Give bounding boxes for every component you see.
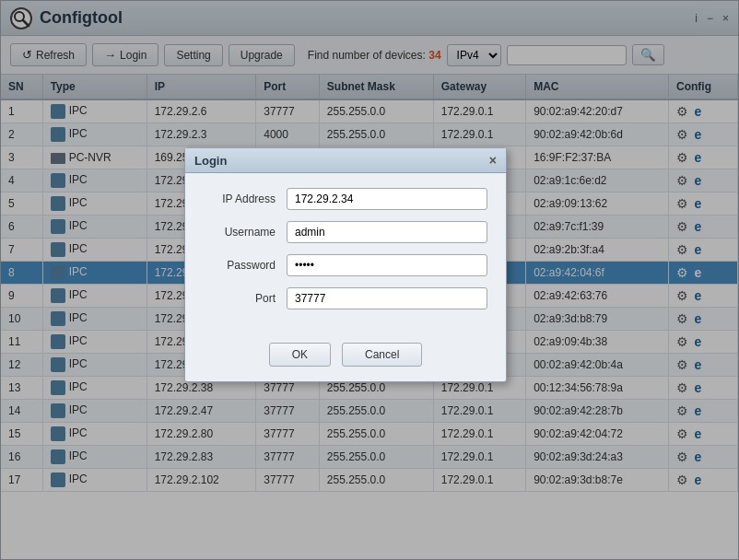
port-input[interactable]: [287, 287, 487, 309]
modal-footer: OK Cancel: [185, 335, 506, 381]
password-row: Password: [204, 254, 487, 276]
username-input[interactable]: [287, 221, 487, 243]
port-label: Port: [204, 292, 287, 305]
password-label: Password: [204, 259, 287, 272]
port-row: Port: [204, 287, 487, 309]
modal-close-button[interactable]: ×: [489, 153, 497, 168]
password-input[interactable]: [287, 254, 487, 276]
username-row: Username: [204, 221, 487, 243]
ok-button[interactable]: OK: [269, 343, 331, 367]
username-label: Username: [204, 226, 287, 239]
cancel-button[interactable]: Cancel: [342, 343, 422, 367]
modal-title: Login: [194, 154, 227, 168]
ip-address-input[interactable]: [287, 188, 487, 210]
login-modal: Login × IP Address Username Password Por…: [184, 147, 507, 382]
modal-body: IP Address Username Password Port: [185, 173, 506, 335]
modal-overlay: Login × IP Address Username Password Por…: [0, 0, 739, 560]
ip-address-label: IP Address: [204, 192, 287, 205]
modal-title-bar: Login ×: [185, 148, 506, 173]
ip-address-row: IP Address: [204, 188, 487, 210]
